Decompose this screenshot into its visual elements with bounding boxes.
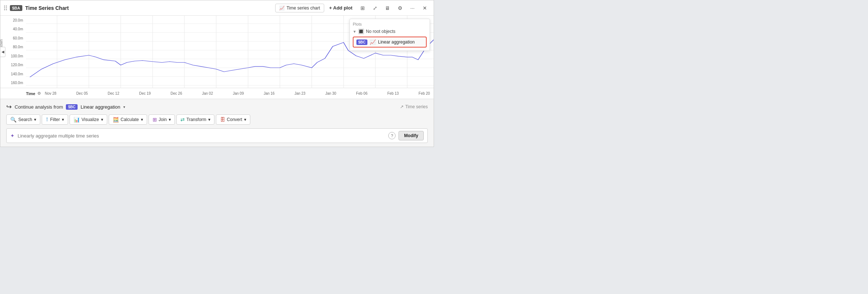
search-tool-icon: 🔍 <box>10 117 16 122</box>
join-dropdown-icon: ▾ <box>169 117 171 122</box>
x-tick-0: Nov 28 <box>45 91 56 95</box>
analysis-header: ↪ Continue analysis from $BC Linear aggr… <box>6 103 428 111</box>
filter-tool-button[interactable]: ⊺ Filter ▾ <box>42 114 68 125</box>
input-bar: ✦ ? Modify <box>6 128 428 143</box>
y-tick-1: 20.0m <box>2 19 23 22</box>
transform-tool-icon: ⇄ <box>180 117 185 122</box>
transform-dropdown-icon: ▾ <box>208 117 210 122</box>
x-tick-12: Feb 20 <box>419 91 430 95</box>
drag-handle[interactable] <box>4 5 7 10</box>
continue-label: Continue analysis from <box>15 104 63 110</box>
x-tick-10: Feb 06 <box>356 91 367 95</box>
modify-button[interactable]: Modify <box>399 131 424 140</box>
plot-line-icon: 📈 <box>370 39 376 45</box>
chart-plot: Plots ▼ ⬛ No root objects $BC 📈 Linear a… <box>26 16 434 88</box>
chart-area: ◀ unknown 160.0m 140.0m 120.0m 100.0m 80… <box>0 16 434 88</box>
join-tool-button[interactable]: ⊞ Join ▾ <box>149 114 175 125</box>
time-series-link[interactable]: ↗ Time series <box>400 104 428 109</box>
convert-dropdown-icon: ▾ <box>244 117 246 122</box>
visualize-tool-label: Visualize <box>82 117 99 122</box>
y-tick-2: 40.0m <box>2 27 23 31</box>
calculate-tool-button[interactable]: 🧮 Calculate ▾ <box>109 114 147 125</box>
panel-icon-button[interactable]: ⊞ <box>358 3 368 13</box>
filter-tool-icon: ⊺ <box>46 117 48 122</box>
collapse-arrow-icon[interactable]: ▼ <box>353 30 356 34</box>
filter-dropdown-icon: ▾ <box>62 117 64 122</box>
search-tool-button[interactable]: 🔍 Search ▾ <box>6 114 40 125</box>
convert-tool-icon: 🗄 <box>220 117 225 122</box>
continue-arrow-icon: ↪ <box>6 103 12 111</box>
analysis-tag: $BC <box>66 104 78 110</box>
x-tick-4: Dec 26 <box>171 91 182 95</box>
y-tick-3: 60.0m <box>2 37 23 40</box>
plots-title: Plots <box>353 22 427 26</box>
convert-tool-label: Convert <box>227 117 242 122</box>
filter-tool-label: Filter <box>50 117 60 122</box>
x-tick-11: Feb 13 <box>387 91 399 95</box>
time-series-label: Time series <box>405 104 428 109</box>
window-title: Time Series Chart <box>25 5 275 11</box>
title-actions: 📈 Time series chart + Add plot ⊞ ⤢ 🖥 ⚙ ·… <box>275 3 430 13</box>
x-axis-ticks: Nov 28 Dec 05 Dec 12 Dec 19 Dec 26 Jan 0… <box>41 91 434 95</box>
left-collapse-arrow[interactable]: ◀ <box>0 47 5 57</box>
time-gear-icon[interactable]: ⚙ <box>37 91 41 96</box>
transform-tool-button[interactable]: ⇄ Transform ▾ <box>176 114 214 125</box>
calculate-tool-icon: 🧮 <box>113 117 119 122</box>
add-plot-button[interactable]: + Add plot <box>326 4 355 12</box>
no-root-label: No root objects <box>366 29 396 34</box>
plots-panel: Plots ▼ ⬛ No root objects $BC 📈 Linear a… <box>349 19 430 51</box>
search-tool-label: Search <box>18 117 32 122</box>
analysis-from: ↪ Continue analysis from $BC Linear aggr… <box>6 103 125 111</box>
search-dropdown-icon: ▾ <box>34 117 36 122</box>
y-tick-6: 120.0m <box>2 63 23 67</box>
plot-item[interactable]: $BC 📈 Linear aggregation <box>353 37 427 48</box>
x-tick-5: Jan 02 <box>202 91 213 95</box>
analysis-panel: ↪ Continue analysis from $BC Linear aggr… <box>0 99 434 147</box>
cube-icon: ⬛ <box>358 29 364 34</box>
toolbar: 🔍 Search ▾ ⊺ Filter ▾ 📊 Visualize ▾ 🧮 Ca… <box>6 114 428 125</box>
plot-label: Linear aggregation <box>378 39 415 45</box>
x-tick-2: Dec 12 <box>108 91 119 95</box>
chart-type-icon: 📈 <box>279 5 285 11</box>
join-tool-label: Join <box>159 117 167 122</box>
visualize-tool-icon: 📊 <box>74 117 80 122</box>
settings-icon-button[interactable]: ⚙ <box>395 3 405 13</box>
join-tool-icon: ⊞ <box>153 117 157 122</box>
more-icon-button[interactable]: ··· <box>407 3 418 13</box>
expand-icon-button[interactable]: ⤢ <box>370 3 380 13</box>
analysis-dropdown-icon[interactable]: ▾ <box>123 105 125 109</box>
title-bar: $BA Time Series Chart 📈 Time series char… <box>0 0 434 16</box>
x-tick-8: Jan 23 <box>295 91 306 95</box>
x-axis: Time ⚙ Nov 28 Dec 05 Dec 12 Dec 19 Dec 2… <box>0 88 434 99</box>
transform-tool-label: Transform <box>187 117 206 122</box>
input-prefix-icon: ✦ <box>10 133 15 139</box>
present-icon-button[interactable]: 🖥 <box>382 3 393 13</box>
chart-type-button[interactable]: 📈 Time series chart <box>275 4 324 12</box>
calculate-dropdown-icon: ▾ <box>141 117 143 122</box>
chart-type-label: Time series chart <box>287 5 320 11</box>
calculate-tool-label: Calculate <box>121 117 139 122</box>
time-label: Time <box>26 91 35 96</box>
y-tick-8: 160.0m <box>2 81 23 85</box>
x-tick-3: Dec 19 <box>139 91 151 95</box>
y-tick-7: 140.0m <box>2 72 23 76</box>
x-tick-6: Jan 09 <box>233 91 244 95</box>
x-tick-9: Jan 30 <box>325 91 336 95</box>
analysis-name: Linear aggregation <box>81 104 120 110</box>
window-tag: $BA <box>10 5 22 11</box>
x-tick-1: Dec 05 <box>76 91 88 95</box>
plot-tag: $BC <box>356 39 367 45</box>
close-icon-button[interactable]: ✕ <box>420 3 430 13</box>
convert-tool-button[interactable]: 🗄 Convert ▾ <box>216 114 250 125</box>
chart-window: $BA Time Series Chart 📈 Time series char… <box>0 0 434 147</box>
help-icon[interactable]: ? <box>388 132 396 139</box>
analysis-input[interactable] <box>18 133 385 139</box>
visualize-dropdown-icon: ▾ <box>101 117 103 122</box>
visualize-tool-button[interactable]: 📊 Visualize ▾ <box>70 114 107 125</box>
x-tick-7: Jan 16 <box>263 91 274 95</box>
time-series-arrow-icon: ↗ <box>400 104 404 109</box>
plots-no-root-row: ▼ ⬛ No root objects <box>353 29 427 34</box>
